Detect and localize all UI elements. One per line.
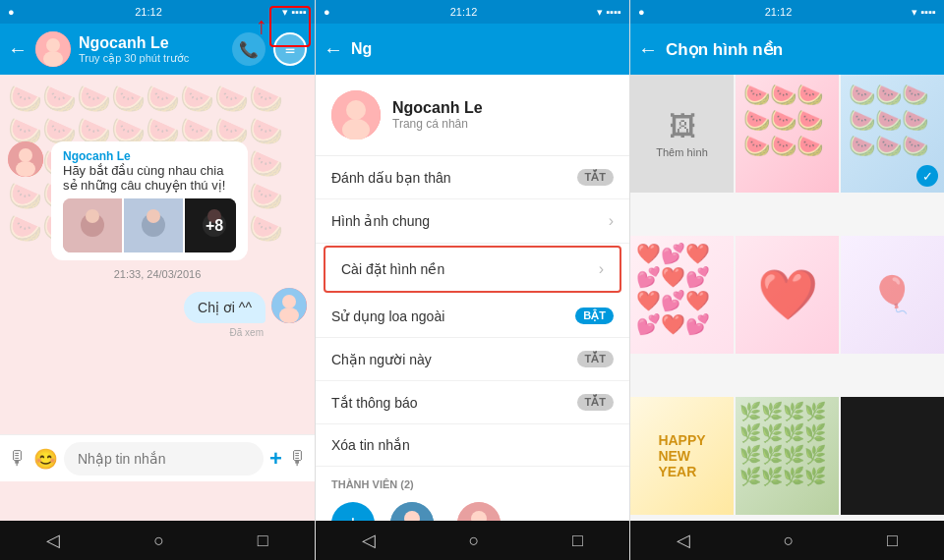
block-label: Chặn người này xyxy=(331,352,432,367)
contact-header: ← Ng xyxy=(316,24,629,75)
svg-point-20 xyxy=(342,119,370,140)
wallpaper-panel: ● 21:12 ▾ ▪▪▪▪ ← Chọn hình nền 🖼 Thêm hì… xyxy=(629,0,944,560)
profile-sub: Trang cá nhân xyxy=(392,117,483,131)
contact-status-1: Truy cập 30 phút trước xyxy=(79,52,224,65)
nav-bar-1: ◁ ○ □ xyxy=(0,521,315,560)
menu-button[interactable]: ≡ xyxy=(273,32,307,66)
menu-mute[interactable]: Tắt thông báo TẮT xyxy=(316,381,629,424)
menu-wallpaper[interactable]: Cài đặt hình nền › xyxy=(324,246,621,293)
menu-speaker[interactable]: Sử dụng loa ngoài BẬT xyxy=(316,295,629,338)
wallpaper-title: Chọn hình nền xyxy=(666,39,936,60)
menu-best-friend[interactable]: Đánh dấu bạn thân TẮT xyxy=(316,156,629,199)
more-images-badge: +8 xyxy=(185,198,236,252)
menu-shared-media[interactable]: Hình ảnh chung › xyxy=(316,199,629,244)
msg-sender-name: Ngocanh Le xyxy=(63,149,236,163)
my-avatar xyxy=(271,288,307,323)
back-button-1[interactable]: ← xyxy=(8,38,28,61)
back-nav-2[interactable]: ◁ xyxy=(362,530,376,551)
message-input[interactable] xyxy=(64,442,264,476)
wp-cell-8[interactable] xyxy=(841,397,944,515)
mic-icon[interactable]: 🎙 xyxy=(8,447,28,470)
profile-section: Ngocanh Le Trang cá nhân xyxy=(316,75,629,156)
nav-bar-2: ◁ ○ □ xyxy=(316,521,629,560)
wp-add-cell[interactable]: 🖼 Thêm hình xyxy=(630,75,734,193)
profile-info: Ngocanh Le Trang cá nhân xyxy=(392,99,483,131)
mute-label: Tắt thông báo xyxy=(331,395,418,411)
wp-cell-1[interactable]: 🍉🍉🍉🍉🍉🍉🍉🍉🍉 xyxy=(736,75,839,193)
time-1: 21:12 xyxy=(135,6,162,18)
phone-button[interactable]: 📞 xyxy=(232,32,266,66)
img-cell-3: +8 xyxy=(185,198,236,252)
add-wallpaper-label: Thêm hình xyxy=(656,146,708,158)
sent-bubble: Chị ơi ^^ xyxy=(184,292,266,323)
delete-label: Xóa tin nhắn xyxy=(331,437,410,453)
image-grid: +8 xyxy=(63,198,236,252)
chat-panel: ● 21:12 ▾ ▪▪▪▪ ← Ngocanh Le Truy cập 30 … xyxy=(0,0,315,560)
time-3: 21:12 xyxy=(765,6,793,18)
svg-point-19 xyxy=(346,100,366,120)
sent-message-row: Chị ơi ^^ xyxy=(8,288,307,323)
emoji-icon[interactable]: 😊 xyxy=(33,447,58,471)
best-friend-label: Đánh dấu bạn thân xyxy=(331,170,451,186)
wp-cell-3[interactable]: ❤️💕❤️💕❤️💕❤️💕❤️💕❤️💕 xyxy=(630,236,734,354)
svg-point-8 xyxy=(86,209,99,223)
menu-delete[interactable]: Xóa tin nhắn xyxy=(316,424,629,467)
menu-block[interactable]: Chặn người này TẮT xyxy=(316,338,629,381)
members-title: THÀNH VIÊN (2) xyxy=(331,478,614,490)
sender-avatar xyxy=(8,141,43,177)
svg-point-5 xyxy=(16,161,35,177)
svg-point-17 xyxy=(279,308,299,323)
speaker-label: Sử dụng loa ngoài xyxy=(331,308,444,324)
wallpaper-label: Cài đặt hình nền xyxy=(341,261,444,277)
contact-menu-panel: ● 21:12 ▾ ▪▪▪▪ ← Ng Ngocanh Le Trang cá … xyxy=(315,0,629,560)
wp-cell-5[interactable]: 🎈 xyxy=(841,236,944,354)
chat-area: 🍉🍉🍉🍉🍉🍉🍉🍉🍉🍉🍉🍉🍉🍉🍉🍉🍉🍉🍉🍉🍉🍉🍉🍉🍉🍉🍉🍉🍉🍉🍉🍉🍉🍉🍉🍉🍉🍉🍉🍉… xyxy=(0,75,315,521)
wallpaper-grid: 🖼 Thêm hình 🍉🍉🍉🍉🍉🍉🍉🍉🍉 🍉🍉🍉🍉🍉🍉🍉🍉🍉 ✓ ❤️💕❤️💕… xyxy=(630,75,944,556)
input-bar: 🎙 😊 + 🎙 xyxy=(0,434,315,481)
back-button-2[interactable]: ← xyxy=(324,38,343,61)
message-bubble: Ngocanh Le Hãy bắt đầu cùng nhau chia sẻ… xyxy=(51,141,248,260)
add-icon[interactable]: + xyxy=(269,446,282,472)
wp-cell-4[interactable]: ❤️ xyxy=(736,236,839,354)
chat-header: ← Ngocanh Le Truy cập 30 phút trước 📞 ≡ … xyxy=(0,24,315,75)
avatar-header xyxy=(35,31,71,67)
svg-point-4 xyxy=(19,148,32,162)
app-icon: ● xyxy=(8,6,15,18)
speaker-badge: BẬT xyxy=(575,308,614,324)
back-nav-3[interactable]: ◁ xyxy=(677,530,690,551)
status-right: ▾ ▪▪▪▪ xyxy=(282,6,307,19)
home-nav-1[interactable]: ○ xyxy=(153,531,164,551)
chat-title-section: Ngocanh Le Truy cập 30 phút trước xyxy=(79,34,224,65)
msg-text: Hãy bắt đầu cùng nhau chia sẻ những câu … xyxy=(63,163,236,193)
wp-checked-badge: ✓ xyxy=(916,165,938,187)
shared-media-arrow: › xyxy=(609,212,614,230)
wp-cell-7[interactable]: 🌿🌿🌿🌿🌿🌿🌿🌿🌿🌿🌿🌿🌿🌿🌿🌿 xyxy=(736,397,839,515)
home-nav-2[interactable]: ○ xyxy=(469,531,480,551)
block-badge: TẮT xyxy=(577,351,614,367)
recents-nav-2[interactable]: □ xyxy=(572,531,583,551)
mute-badge: TẮT xyxy=(577,394,614,411)
img-cell-1 xyxy=(63,198,122,252)
audio-icon[interactable]: 🎙 xyxy=(288,447,308,470)
recents-nav-1[interactable]: □ xyxy=(258,531,268,551)
received-message: Ngocanh Le Hãy bắt đầu cùng nhau chia sẻ… xyxy=(8,141,307,260)
status-bar-2: ● 21:12 ▾ ▪▪▪▪ xyxy=(316,0,629,24)
recents-nav-3[interactable]: □ xyxy=(887,531,898,551)
nav-bar-3: ◁ ○ □ xyxy=(630,521,944,560)
svg-point-2 xyxy=(43,51,63,67)
shared-media-label: Hình ảnh chung xyxy=(331,213,430,229)
contact-name-1: Ngocanh Le xyxy=(79,34,224,52)
svg-point-11 xyxy=(147,209,160,223)
img-cell-2 xyxy=(124,198,183,252)
wp-cell-2[interactable]: 🍉🍉🍉🍉🍉🍉🍉🍉🍉 ✓ xyxy=(841,75,944,193)
status-left: ● xyxy=(8,6,15,18)
wp-cell-6[interactable]: HAPPYNEWYEAR xyxy=(630,397,734,515)
seen-label: Đã xem xyxy=(8,327,264,338)
panel2-partial-name: Ng xyxy=(351,40,372,58)
back-nav-1[interactable]: ◁ xyxy=(46,530,60,551)
date-stamp: 21:33, 24/03/2016 xyxy=(8,268,307,280)
home-nav-3[interactable]: ○ xyxy=(784,531,795,551)
svg-point-16 xyxy=(282,295,296,308)
wallpaper-header: ← Chọn hình nền xyxy=(630,24,944,75)
back-button-3[interactable]: ← xyxy=(638,38,658,61)
